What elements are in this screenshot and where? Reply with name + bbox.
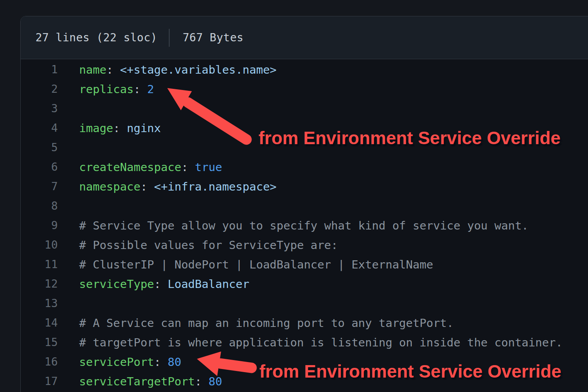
code-text: # Possible values for ServiceType are: [79,235,338,255]
token-str: nginx [127,122,161,135]
code-line: 15# targetPort is where application is l… [21,333,588,352]
token-key: replicas [79,83,134,96]
line-number[interactable]: 5 [21,138,58,157]
line-number[interactable]: 7 [21,177,58,196]
code-line: 16servicePort: 80 [21,352,588,372]
token-key: name [79,63,106,76]
line-number[interactable]: 13 [21,294,58,313]
line-number[interactable]: 1 [21,60,58,79]
code-text: servicePort: 80 [79,352,181,372]
line-number[interactable]: 8 [21,196,58,216]
code-text: name: <+stage.variables.name> [79,60,276,79]
code-text: createNamespace: true [79,157,222,177]
line-number[interactable]: 2 [21,79,58,99]
code-text: replicas: 2 [79,79,154,99]
token-punc: : [181,161,195,174]
code-line: 12serviceType: LoadBalancer [21,274,588,294]
line-number[interactable]: 15 [21,333,58,352]
code-line: 7namespace: <+infra.namespace> [21,177,588,196]
token-punc: : [140,180,154,193]
token-const: true [195,161,222,174]
code-line: 4image: nginx [21,118,588,138]
line-number[interactable]: 4 [21,118,58,138]
token-comment: # Service Type allow you to specify what… [79,219,528,232]
code-viewer: 1name: <+stage.variables.name>2replicas:… [21,59,588,392]
header-divider [169,29,170,47]
token-comment: # Possible values for ServiceType are: [79,238,338,252]
code-line: 6createNamespace: true [21,157,588,177]
file-header: 27 lines (22 sloc) 767 Bytes [21,16,588,59]
line-number[interactable]: 3 [21,99,58,118]
file-size: 767 Bytes [182,31,243,44]
code-line: 10# Possible values for ServiceType are: [21,235,588,255]
token-punc: : [134,83,147,96]
token-comment: # targetPort is where application is lis… [79,336,563,349]
code-text: serviceType: LoadBalancer [79,274,250,294]
line-number[interactable]: 12 [21,274,58,294]
line-number[interactable]: 10 [21,235,58,255]
line-number[interactable]: 11 [21,255,58,274]
token-str: LoadBalancer [168,277,250,291]
code-line: 1name: <+stage.variables.name> [21,60,588,79]
code-line: 2replicas: 2 [21,79,588,99]
code-line: 3 [21,99,588,118]
line-number[interactable]: 16 [21,352,58,372]
token-const: 2 [147,83,154,96]
token-punc: : [154,277,168,291]
file-card: 27 lines (22 sloc) 767 Bytes 1name: <+st… [20,16,588,392]
line-number[interactable]: 6 [21,157,58,177]
token-key: serviceTargetPort [79,375,195,388]
token-str: <+stage.variables.name> [120,63,277,76]
code-text: serviceTargetPort: 80 [79,372,222,391]
code-lines: 1name: <+stage.variables.name>2replicas:… [21,60,588,391]
code-line: 11# ClusterIP | NodePort | LoadBalancer … [21,255,588,274]
code-line: 5 [21,138,588,157]
token-key: namespace [79,180,140,193]
code-line: 9# Service Type allow you to specify wha… [21,216,588,235]
token-comment: # ClusterIP | NodePort | LoadBalancer | … [79,258,433,271]
line-number[interactable]: 14 [21,313,58,333]
line-number[interactable]: 17 [21,372,58,391]
token-comment: # A Service can map an incoming port to … [79,316,453,330]
token-key: image [79,122,113,135]
code-text: # ClusterIP | NodePort | LoadBalancer | … [79,255,433,274]
token-punc: : [106,63,120,76]
code-text: # A Service can map an incoming port to … [79,313,453,333]
code-text: # targetPort is where application is lis… [79,333,563,352]
code-line: 8 [21,196,588,216]
token-key: serviceType [79,277,154,291]
token-punc: : [195,375,209,388]
token-key: createNamespace [79,161,181,174]
code-text: # Service Type allow you to specify what… [79,216,528,235]
token-str: <+infra.namespace> [154,180,276,193]
token-punc: : [154,355,168,369]
token-const: 80 [168,355,181,369]
file-lines-info: 27 lines (22 sloc) [35,31,157,44]
code-text: image: nginx [79,118,161,138]
code-line: 13 [21,294,588,313]
line-number[interactable]: 9 [21,216,58,235]
code-line: 17serviceTargetPort: 80 [21,372,588,391]
token-punc: : [113,122,127,135]
token-const: 80 [209,375,222,388]
code-text: namespace: <+infra.namespace> [79,177,276,196]
token-key: servicePort [79,355,154,369]
code-line: 14# A Service can map an incoming port t… [21,313,588,333]
